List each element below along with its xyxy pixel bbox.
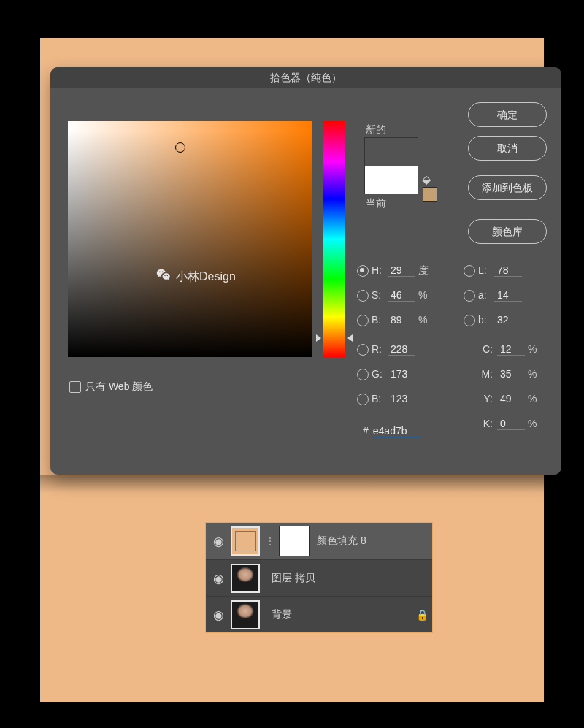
unit-y: % (528, 393, 541, 405)
value-a[interactable]: 14 (494, 289, 522, 302)
color-picker-dialog: 拾色器（纯色） 小林Design 只有 Web 颜色 新的 当前 ⬙ (50, 67, 561, 475)
radio-l[interactable] (464, 265, 475, 277)
label-a: a: (478, 289, 494, 301)
layer-thumb[interactable] (231, 526, 260, 556)
hex-value[interactable]: e4ad7b (373, 425, 421, 437)
radio-s[interactable] (357, 290, 369, 302)
value-h[interactable]: 29 (388, 264, 415, 277)
label-y: Y: (477, 393, 493, 405)
label-r: R: (372, 343, 388, 355)
dialog-title: 拾色器（纯色） (50, 67, 561, 88)
radio-a[interactable] (464, 290, 475, 302)
unit-s: % (418, 289, 431, 301)
radio-g[interactable] (357, 369, 369, 380)
label-c: C: (477, 343, 493, 355)
label-m: M: (477, 368, 493, 380)
layer-row-bg[interactable]: ◉ 背景 🔒 (206, 596, 432, 633)
add-swatch-button[interactable]: 添加到色板 (468, 175, 547, 200)
value-g[interactable]: 173 (388, 368, 415, 380)
layer-mask[interactable] (279, 526, 310, 556)
value-y[interactable]: 49 (497, 393, 525, 405)
watermark: 小林Design (155, 267, 236, 286)
radio-b-lab[interactable] (464, 315, 475, 326)
label-b-hsb: B: (372, 314, 388, 326)
layer-name[interactable]: 背景 (272, 608, 412, 621)
web-only-label: 只有 Web 颜色 (85, 380, 153, 394)
unit-k: % (528, 418, 541, 429)
new-color-label: 新的 (366, 123, 386, 137)
value-l[interactable]: 78 (494, 264, 522, 277)
value-r[interactable]: 228 (388, 343, 415, 356)
hex-hash: # (363, 425, 369, 437)
unit-m: % (528, 368, 541, 380)
layer-name[interactable]: 颜色填充 8 (317, 534, 432, 548)
value-k[interactable]: 0 (497, 418, 525, 430)
web-only-checkbox[interactable] (69, 381, 81, 393)
value-b-rgb[interactable]: 123 (388, 393, 415, 405)
value-b-lab[interactable]: 32 (494, 314, 522, 326)
dialog-shadow (40, 475, 544, 493)
hue-strip[interactable] (323, 121, 345, 357)
label-g: G: (372, 368, 388, 380)
radio-h[interactable] (357, 265, 369, 277)
current-color-swatch[interactable] (365, 166, 418, 194)
hue-slider[interactable] (323, 121, 345, 357)
wechat-icon (155, 267, 172, 286)
visibility-icon[interactable]: ◉ (206, 608, 231, 623)
color-swatch (364, 137, 418, 194)
sb-picker-cursor[interactable] (175, 142, 185, 153)
unit-c: % (528, 343, 541, 355)
watermark-text: 小林Design (176, 269, 236, 285)
label-l: L: (478, 264, 494, 276)
value-b-hsb[interactable]: 89 (388, 314, 415, 326)
gamut-swatch[interactable] (423, 187, 437, 202)
artboard: 拾色器（纯色） 小林Design 只有 Web 颜色 新的 当前 ⬙ (40, 38, 544, 702)
label-b-lab: b: (478, 314, 494, 326)
visibility-icon[interactable]: ◉ (206, 571, 231, 586)
layer-name[interactable]: 图层 拷贝 (272, 572, 432, 585)
cancel-button[interactable]: 取消 (468, 136, 547, 161)
radio-b-rgb[interactable] (357, 394, 369, 405)
label-s: S: (372, 289, 388, 301)
layer-thumb[interactable] (231, 600, 260, 629)
value-m[interactable]: 35 (497, 368, 525, 380)
value-s[interactable]: 46 (388, 289, 415, 302)
hue-pointer-left[interactable] (316, 334, 321, 342)
label-h: H: (372, 264, 388, 276)
visibility-icon[interactable]: ◉ (206, 534, 231, 549)
layers-panel: ◉ ⋮ 颜色填充 8 ◉ 图层 拷贝 ◉ 背景 🔒 (205, 522, 433, 633)
layer-thumb[interactable] (231, 564, 260, 593)
ok-button[interactable]: 确定 (468, 102, 547, 127)
value-c[interactable]: 12 (497, 343, 525, 356)
radio-b-hsb[interactable] (357, 315, 369, 326)
current-color-label: 当前 (366, 197, 386, 210)
hue-pointer-right[interactable] (347, 334, 353, 342)
color-lib-button[interactable]: 颜色库 (468, 219, 547, 244)
lock-icon[interactable]: 🔒 (412, 609, 432, 621)
cube-icon[interactable]: ⬙ (422, 172, 431, 186)
label-k: K: (477, 418, 493, 429)
radio-r[interactable] (357, 344, 369, 356)
layer-row-copy[interactable]: ◉ 图层 拷贝 (206, 559, 432, 597)
unit-h: 度 (418, 264, 431, 277)
link-icon[interactable]: ⋮ (264, 536, 276, 546)
unit-b-hsb: % (418, 314, 431, 326)
new-color-swatch[interactable] (365, 138, 418, 166)
layer-row-fill[interactable]: ◉ ⋮ 颜色填充 8 (206, 523, 432, 559)
saturation-brightness-field[interactable]: 小林Design (68, 121, 312, 357)
label-b-rgb: B: (372, 393, 388, 405)
